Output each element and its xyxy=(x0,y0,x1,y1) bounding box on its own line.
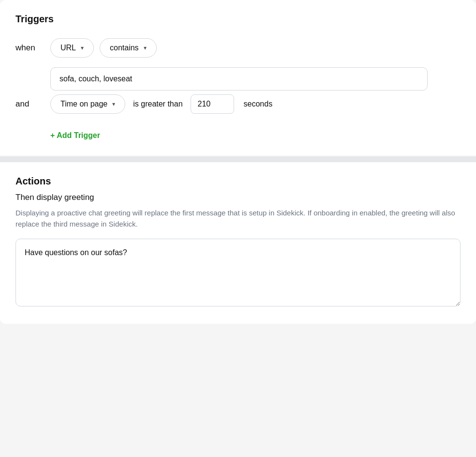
url-value-input[interactable] xyxy=(50,67,428,91)
actions-title: Actions xyxy=(15,176,461,187)
actions-description: Displaying a proactive chat greeting wil… xyxy=(15,207,461,230)
url-input-row xyxy=(50,67,461,91)
time-on-page-chevron-icon: ▾ xyxy=(112,101,115,107)
when-trigger-row: when URL ▾ contains ▾ xyxy=(15,38,461,58)
contains-dropdown-chevron-icon: ▾ xyxy=(144,45,147,51)
and-label: and xyxy=(15,99,45,109)
actions-section: Actions Then display greeting Displaying… xyxy=(0,162,476,324)
when-label: when xyxy=(15,43,45,53)
triggers-title: Triggers xyxy=(15,14,461,25)
time-on-page-dropdown-label: Time on page xyxy=(60,100,107,108)
page-container: Triggers when URL ▾ contains ▾ and Time … xyxy=(0,0,476,324)
greeting-textarea[interactable]: Have questions on our sofas? xyxy=(15,239,461,306)
url-dropdown-label: URL xyxy=(60,44,76,52)
unit-label: seconds xyxy=(244,100,273,108)
contains-dropdown[interactable]: contains ▾ xyxy=(100,38,157,58)
triggers-section: Triggers when URL ▾ contains ▾ and Time … xyxy=(0,0,476,155)
time-value-input[interactable] xyxy=(191,94,234,114)
url-dropdown-chevron-icon: ▾ xyxy=(81,45,84,51)
and-trigger-row: and Time on page ▾ is greater than secon… xyxy=(15,94,461,114)
contains-dropdown-label: contains xyxy=(110,44,139,52)
section-divider xyxy=(0,156,476,162)
then-display-label: Then display greeting xyxy=(15,193,461,202)
add-trigger-label: + Add Trigger xyxy=(50,131,100,140)
time-on-page-dropdown[interactable]: Time on page ▾ xyxy=(50,94,125,114)
operator-label: is greater than xyxy=(133,100,182,108)
url-dropdown[interactable]: URL ▾ xyxy=(50,38,94,58)
add-trigger-button[interactable]: + Add Trigger xyxy=(50,131,100,140)
